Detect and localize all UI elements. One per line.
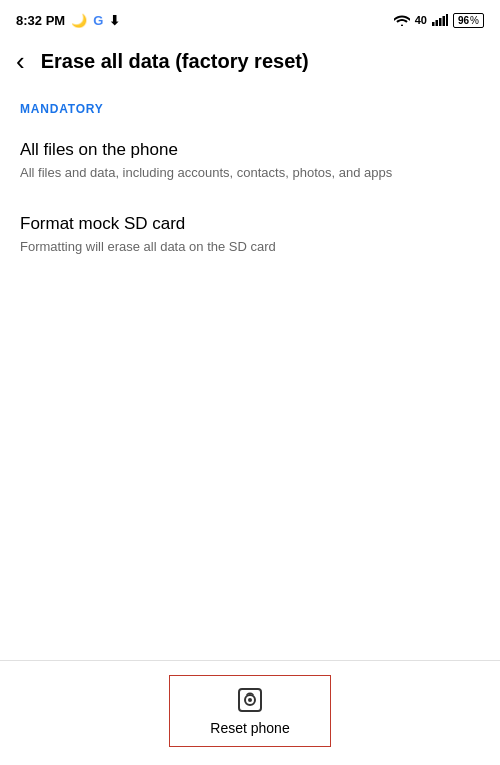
svg-rect-3 bbox=[442, 16, 445, 26]
reset-phone-label: Reset phone bbox=[210, 720, 289, 736]
item-all-files: All files on the phone All files and dat… bbox=[0, 128, 500, 202]
section-label: MANDATORY bbox=[0, 94, 500, 128]
bottom-bar: Reset phone bbox=[0, 660, 500, 765]
item-sd-card: Format mock SD card Formatting will eras… bbox=[0, 202, 500, 276]
moon-icon: 🌙 bbox=[71, 13, 87, 28]
status-right: 40 96% bbox=[394, 13, 484, 28]
signal-icon: 40 bbox=[415, 14, 427, 26]
g-icon: G bbox=[93, 13, 103, 28]
download-icon: ⬇ bbox=[109, 13, 120, 28]
item-all-files-title: All files on the phone bbox=[20, 140, 480, 160]
item-sd-card-title: Format mock SD card bbox=[20, 214, 480, 234]
item-sd-card-subtitle: Formatting will erase all data on the SD… bbox=[20, 238, 480, 256]
item-all-files-subtitle: All files and data, including accounts, … bbox=[20, 164, 480, 182]
time-display: 8:32 PM bbox=[16, 13, 65, 28]
page-header: ‹ Erase all data (factory reset) bbox=[0, 36, 500, 86]
reset-phone-icon bbox=[236, 686, 264, 714]
back-button[interactable]: ‹ bbox=[16, 48, 25, 74]
svg-point-7 bbox=[248, 698, 252, 702]
reset-phone-button[interactable]: Reset phone bbox=[169, 675, 330, 747]
svg-rect-2 bbox=[439, 18, 442, 26]
wifi-icon bbox=[394, 14, 410, 26]
svg-rect-0 bbox=[432, 22, 435, 26]
svg-rect-1 bbox=[435, 20, 438, 26]
battery-icon: 96% bbox=[453, 13, 484, 28]
status-bar: 8:32 PM 🌙 G ⬇ 40 96% bbox=[0, 0, 500, 36]
page-title: Erase all data (factory reset) bbox=[41, 50, 484, 73]
content-area: MANDATORY All files on the phone All fil… bbox=[0, 86, 500, 276]
bars-icon bbox=[432, 14, 448, 26]
svg-rect-4 bbox=[446, 14, 448, 26]
battery-level: 96 bbox=[458, 15, 469, 26]
status-left: 8:32 PM 🌙 G ⬇ bbox=[16, 13, 120, 28]
